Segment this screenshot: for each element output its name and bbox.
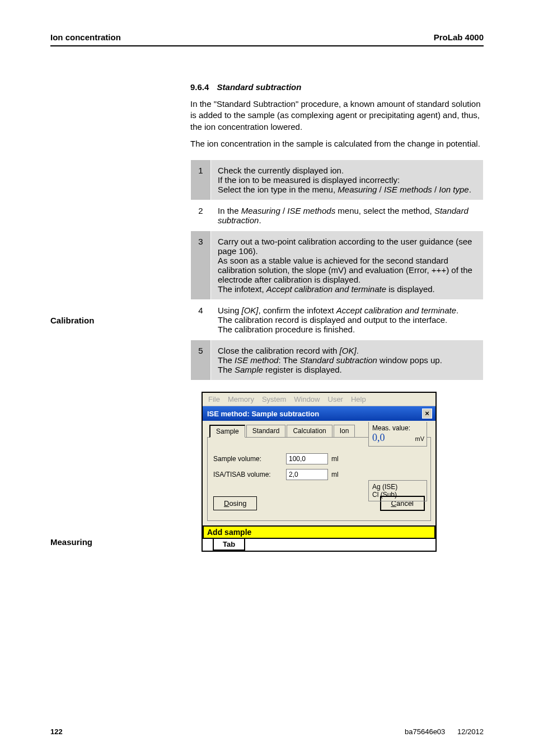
titlebar: ISE method: Sample subtraction × [203,406,435,421]
step-num: 4 [191,300,211,340]
sensor-box: Ag (ISE) Cl (Sub) [368,480,427,501]
section-title: Standard subtraction [217,82,302,92]
sample-volume-input[interactable] [286,453,328,464]
table-row: 4 Using [OK], confirm the infotext Accep… [191,300,484,340]
tab-standard[interactable]: Standard [246,425,286,438]
close-icon[interactable]: × [422,408,432,419]
doc-id: ba75646e03 [405,727,445,736]
isa-volume-input[interactable] [286,469,328,480]
step-text: In the Measuring / ISE methods menu, sel… [211,200,484,231]
header-right: ProLab 4000 [434,32,484,42]
isa-volume-label: ISA/TISAB volume: [213,471,286,478]
isa-volume-unit: ml [331,471,339,478]
menu-help[interactable]: Help [351,395,366,403]
para-2: The ion concentration in the sample is c… [190,138,484,149]
bottom-tab[interactable]: Tab [213,539,245,551]
page-header: Ion concentration ProLab 4000 [50,32,484,46]
dosing-button[interactable]: Dosing [213,496,257,510]
page-number: 122 [50,727,63,736]
header-left: Ion concentration [50,32,121,42]
step-text: Check the currently displayed ion.If the… [211,160,484,200]
menu-window[interactable]: Window [294,395,320,403]
step-num: 1 [191,160,211,200]
meas-label: Meas. value: [372,424,424,432]
section-number: 9.6.4 [190,82,209,92]
tab-ion[interactable]: Ion [334,425,355,438]
steps-table: 1 Check the currently displayed ion.If t… [190,159,484,381]
doc-date: 12/2012 [457,727,484,736]
section-heading: 9.6.4 Standard subtraction [190,82,484,92]
sensor-line2: Cl (Sub) [372,491,424,499]
menu-file[interactable]: File [208,395,220,403]
tab-calculation[interactable]: Calculation [287,425,332,438]
status-bar: Add sample [203,525,435,539]
page-footer: 122 ba75646e03 12/2012 [50,727,484,736]
table-row: 1 Check the currently displayed ion.If t… [191,160,484,200]
menu-system[interactable]: System [262,395,286,403]
step-text: Carry out a two-point calibration accord… [211,231,484,300]
menubar: File Memory System Window User Help [203,393,435,406]
menu-user[interactable]: User [328,395,343,403]
step-num: 2 [191,200,211,231]
sample-volume-label: Sample volume: [213,455,286,463]
tab-sample[interactable]: Sample [209,425,245,438]
sensor-line1: Ag (ISE) [372,483,424,491]
table-row: 5 Close the calibration record with [OK]… [191,340,484,381]
dialog-screenshot: File Memory System Window User Help ISE … [202,392,484,552]
meas-value: 0,0 [372,432,385,443]
side-label-measuring: Measuring [50,537,162,547]
menu-memory[interactable]: Memory [228,395,254,403]
side-label-calibration: Calibration [50,316,162,325]
dialog-title: ISE method: Sample subtraction [207,410,319,418]
step-num: 5 [191,340,211,381]
meas-unit: mV [415,435,425,442]
table-row: 3 Carry out a two-point calibration acco… [191,231,484,300]
step-text: Close the calibration record with [OK].T… [211,340,484,381]
table-row: 2 In the Measuring / ISE methods menu, s… [191,200,484,231]
meas-value-box: Meas. value: 0,0 mV [368,422,427,447]
para-1: In the "Standard Subtraction" procedure,… [190,98,484,133]
step-text: Using [OK], confirm the infotext Accept … [211,300,484,340]
sample-volume-unit: ml [331,455,339,463]
step-num: 3 [191,231,211,300]
